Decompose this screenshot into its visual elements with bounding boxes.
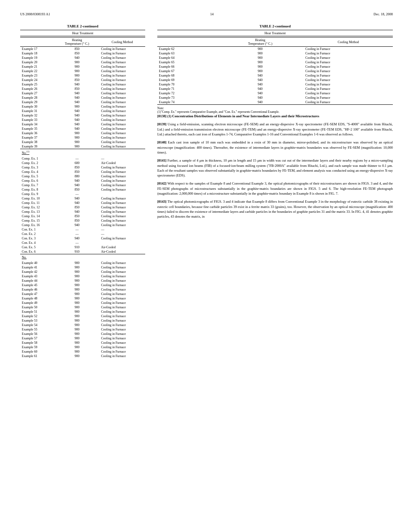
left-table-cell: Cooling in Furnace bbox=[99, 301, 145, 305]
left-table-cell: Example 45 bbox=[20, 283, 54, 287]
left-table-cell: 940 bbox=[54, 183, 99, 187]
left-table-row: Example 26850Cooling in Furnace bbox=[20, 87, 145, 91]
left-table-cell: Cooling in Furnace bbox=[99, 174, 145, 179]
left-table-cell: Example 52 bbox=[20, 314, 54, 318]
left-table-row: Con. Ex. 4— bbox=[20, 241, 145, 245]
left-table-row: Example 29940Cooling in Furnace bbox=[20, 100, 145, 104]
left-table-cell: 900 bbox=[54, 287, 99, 292]
left-table-cell: 600 bbox=[54, 161, 99, 165]
left-table-cell: 850 bbox=[54, 170, 99, 174]
left-table-row: Example 33940Cooling in Furnace bbox=[20, 118, 145, 122]
left-table-cell: Cooling in Furnace bbox=[99, 87, 145, 91]
paragraph-0: [0138] (1) Concentration Distributions o… bbox=[157, 114, 393, 118]
left-column: TABLE 2-continued Heat Treatment Heating… bbox=[20, 24, 145, 358]
left-table-cell: Cooling in Furnace bbox=[99, 210, 145, 214]
page: US 2008/0308193 A1 14 Dec. 18, 2008 TABL… bbox=[0, 0, 413, 532]
left-table-row: Example 51900Cooling in Furnace bbox=[20, 310, 145, 314]
right-table-cell: Example 63 bbox=[157, 51, 217, 56]
left-table-cell: 940 bbox=[54, 96, 99, 100]
right-table-cell: Cooling in Furnace bbox=[304, 78, 393, 82]
left-table-cell: Example 27 bbox=[20, 91, 54, 96]
left-table-row: Example 61900Cooling in Furnace bbox=[20, 354, 145, 358]
left-table-cell: 850 bbox=[54, 165, 99, 170]
left-table-cell: 900 bbox=[54, 332, 99, 336]
left-table-row: Example 18850Cooling in Furnace bbox=[20, 51, 145, 56]
left-table-row: Example 25940Cooling in Furnace bbox=[20, 82, 145, 87]
left-table-row: Example 57900Cooling in Furnace bbox=[20, 336, 145, 341]
left-table-cell: Cooling in Furnace bbox=[99, 183, 145, 187]
right-table-cell: 900 bbox=[217, 51, 304, 56]
left-table-cell: Example 54 bbox=[20, 323, 54, 327]
right-table-cell: Example 74 bbox=[157, 100, 217, 104]
right-table-cell: Example 71 bbox=[157, 87, 217, 91]
left-table-cell: Example 59 bbox=[20, 345, 54, 349]
right-column: TABLE 2-continued Heat Treatment Heating… bbox=[157, 24, 393, 358]
left-table-cell: — bbox=[54, 227, 99, 232]
right-table-cell: 940 bbox=[217, 78, 304, 82]
left-table-cell: Con. Ex. 5 bbox=[20, 245, 54, 249]
left-table-row: No.(1) bbox=[20, 149, 145, 155]
left-table-row: Comp. Ex. 15850Cooling in Furnace bbox=[20, 218, 145, 223]
left-table-row: Example 20900Cooling in Furnace bbox=[20, 60, 145, 64]
left-table-cell: Example 56 bbox=[20, 332, 54, 336]
left-table-cell: Cooling in Furnace bbox=[99, 73, 145, 78]
left-table-cell: Example 30 bbox=[20, 104, 54, 109]
left-table-cell: Example 49 bbox=[20, 301, 54, 305]
right-table-row: Example 68940Cooling in Furnace bbox=[157, 73, 393, 78]
left-table-cell: Comp. Ex. 8 bbox=[20, 187, 54, 192]
left-table-row: Comp. Ex. 7940Cooling in Furnace bbox=[20, 183, 145, 187]
left-table-cell: Cooling in Furnace bbox=[99, 270, 145, 274]
left-table-cell: 940 bbox=[54, 196, 99, 201]
left-table-row: Example 41900Cooling in Furnace bbox=[20, 265, 145, 270]
right-table-cell: Cooling in Furnace bbox=[304, 47, 393, 52]
left-table-cell: 900 bbox=[54, 274, 99, 278]
left-table-cell: 900 bbox=[54, 261, 99, 265]
left-table-cell: Cooling in Furnace bbox=[99, 165, 145, 170]
left-table-row: Example 53900Cooling in Furnace bbox=[20, 318, 145, 323]
left-table-row: Comp. Ex. 14850Cooling in Furnace bbox=[20, 214, 145, 218]
paragraph-5: [0143] The optical photomicrographs of F… bbox=[157, 199, 393, 219]
left-table-cell: Cooling in Furnace bbox=[99, 187, 145, 192]
left-table-cell: Example 23 bbox=[20, 73, 54, 78]
left-table-cell: Cooling in Furnace bbox=[99, 341, 145, 345]
left-table-row: Example 48900Cooling in Furnace bbox=[20, 296, 145, 301]
left-table-row: Comp. Ex. 13940Cooling in Furnace bbox=[20, 210, 145, 214]
left-table-cell: 880 bbox=[54, 174, 99, 179]
note-text: (1)"Comp. Ex." represents Comparative Ex… bbox=[157, 110, 280, 114]
left-table-cell: 900 bbox=[54, 270, 99, 274]
right-table-row: Example 65900Cooling in Furnace bbox=[157, 60, 393, 64]
para-label-0: [0138] bbox=[157, 114, 167, 118]
left-table-row: No. bbox=[20, 254, 145, 260]
left-table-cell: Con. Ex. 1 bbox=[20, 227, 54, 232]
para-label-1: [0139] bbox=[157, 122, 168, 126]
right-table-cell: Cooling in Furnace bbox=[304, 60, 393, 64]
left-table-row: Example 58900Cooling in Furnace bbox=[20, 341, 145, 345]
left-table-cell: Example 46 bbox=[20, 287, 54, 292]
left-table-cell: Cooling in Furnace bbox=[99, 314, 145, 318]
left-table-row: Example 55900Cooling in Furnace bbox=[20, 327, 145, 332]
left-table-cell bbox=[99, 241, 145, 245]
right-table-cell: Example 66 bbox=[157, 64, 217, 69]
left-table-cell: Example 44 bbox=[20, 278, 54, 283]
right-table-cell: 940 bbox=[217, 91, 304, 96]
right-table-cell: Cooling in Furnace bbox=[304, 56, 393, 60]
left-table-cell: 900 bbox=[54, 296, 99, 301]
para-text-2: Each cast iron sample of 10 mm each was … bbox=[157, 140, 393, 154]
left-table-cell: Cooling in Furnace bbox=[99, 265, 145, 270]
left-table-cell: Comp. Ex. 2 bbox=[20, 161, 54, 165]
right-data-table: HeatingTemperature (° C.) Cooling Method… bbox=[157, 37, 393, 104]
right-table-cell: Example 67 bbox=[157, 69, 217, 73]
paragraph-2: [0140] Each cast iron sample of 10 mm ea… bbox=[157, 140, 393, 155]
left-table-cell: Cooling in Furnace bbox=[99, 274, 145, 278]
right-col0-header bbox=[157, 37, 217, 47]
right-table-row: Example 72940Cooling in Furnace bbox=[157, 91, 393, 96]
left-table-row: Example 50900Cooling in Furnace bbox=[20, 305, 145, 310]
left-table-cell: Cooling in Furnace bbox=[99, 60, 145, 64]
left-table-cell: — bbox=[99, 156, 145, 161]
para-text-5: The optical photomicrographs of FIGS. 3 … bbox=[157, 200, 393, 218]
para-heading-0: (1) Concentration Distributions of Eleme… bbox=[167, 114, 319, 118]
left-table-cell: Example 26 bbox=[20, 87, 54, 91]
left-table-cell: 940 bbox=[54, 201, 99, 205]
right-table-cell: Cooling in Furnace bbox=[304, 82, 393, 87]
left-table-cell: Comp. Ex. 6 bbox=[20, 179, 54, 183]
